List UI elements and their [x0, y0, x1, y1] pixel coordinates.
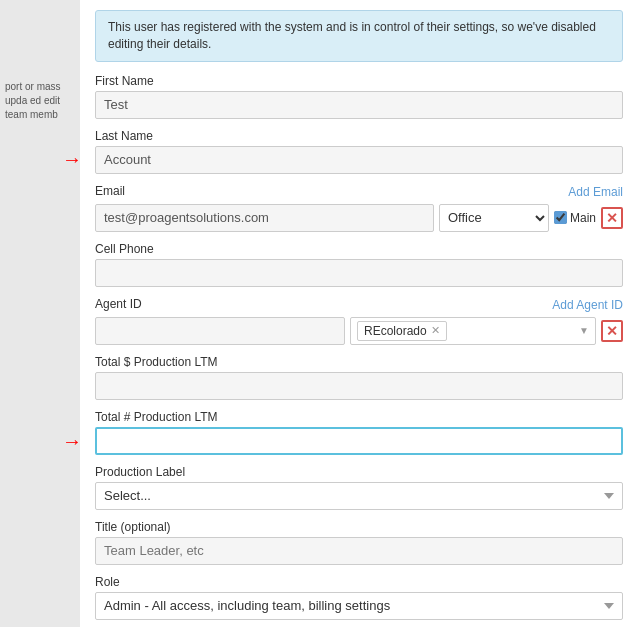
title-label: Title (optional): [95, 520, 623, 534]
remove-email-button[interactable]: ✕: [601, 207, 623, 229]
email-type-select[interactable]: Office Personal Work: [439, 204, 549, 232]
agent-selector-chevron-icon: ▼: [579, 325, 589, 336]
agent-id-input[interactable]: [95, 317, 345, 345]
first-name-input[interactable]: [95, 91, 623, 119]
last-name-input[interactable]: [95, 146, 623, 174]
add-email-link[interactable]: Add Email: [568, 185, 623, 199]
email-row: Office Personal Work Main ✕: [95, 204, 623, 232]
main-checkbox-wrapper: Main: [554, 211, 596, 225]
last-name-label: Last Name: [95, 129, 623, 143]
cell-phone-input[interactable]: [95, 259, 623, 287]
email-group: Email Add Email Office Personal Work Mai…: [95, 184, 623, 232]
agent-id-group: Agent ID Add Agent ID REcolorado ✕ ▼ ✕: [95, 297, 623, 345]
remove-agent-id-button[interactable]: ✕: [601, 320, 623, 342]
arrow-indicator-1: →: [62, 148, 82, 171]
left-sidebar: port or mass upda ed edit team memb → →: [0, 0, 80, 627]
main-checkbox-label: Main: [570, 211, 596, 225]
total-dollar-label: Total $ Production LTM: [95, 355, 623, 369]
sidebar-text: port or mass upda ed edit team memb: [5, 80, 80, 122]
total-hash-label: Total # Production LTM: [95, 410, 623, 424]
first-name-label: First Name: [95, 74, 623, 88]
main-form-panel: This user has registered with the system…: [80, 0, 638, 627]
role-label: Role: [95, 575, 623, 589]
production-label-label: Production Label: [95, 465, 623, 479]
cell-phone-group: Cell Phone: [95, 242, 623, 287]
email-label: Email: [95, 184, 125, 198]
add-agent-id-link[interactable]: Add Agent ID: [552, 298, 623, 312]
total-dollar-input[interactable]: [95, 372, 623, 400]
recolorado-tag: REcolorado ✕: [357, 321, 447, 341]
role-group: Role Admin - All access, including team,…: [95, 575, 623, 620]
recolorado-tag-text: REcolorado: [364, 324, 427, 338]
title-group: Title (optional): [95, 520, 623, 565]
last-name-group: Last Name: [95, 129, 623, 174]
first-name-group: First Name: [95, 74, 623, 119]
total-hash-group: Total # Production LTM: [95, 410, 623, 455]
agent-selector-wrapper[interactable]: REcolorado ✕ ▼: [350, 317, 596, 345]
agent-id-label: Agent ID: [95, 297, 142, 311]
info-banner: This user has registered with the system…: [95, 10, 623, 62]
title-input[interactable]: [95, 537, 623, 565]
main-checkbox[interactable]: [554, 211, 567, 224]
cell-phone-label: Cell Phone: [95, 242, 623, 256]
total-dollar-group: Total $ Production LTM: [95, 355, 623, 400]
production-label-group: Production Label Select...: [95, 465, 623, 510]
role-select[interactable]: Admin - All access, including team, bill…: [95, 592, 623, 620]
production-label-select[interactable]: Select...: [95, 482, 623, 510]
arrow-indicator-2: →: [62, 430, 82, 453]
total-hash-input[interactable]: [95, 427, 623, 455]
email-input[interactable]: [95, 204, 434, 232]
tag-close-icon[interactable]: ✕: [431, 324, 440, 337]
agent-id-row: REcolorado ✕ ▼ ✕: [95, 317, 623, 345]
